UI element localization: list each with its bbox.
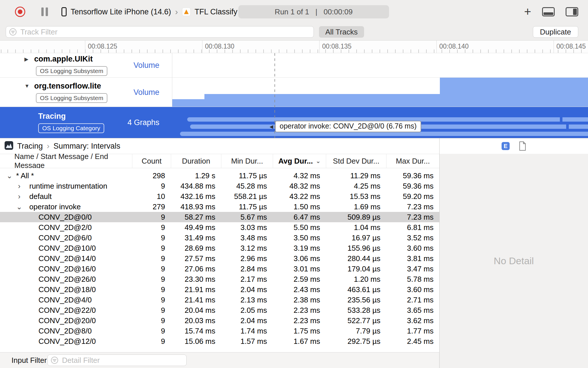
add-instrument-button[interactable]: +: [524, 6, 531, 18]
row-cell: 3.62 ms: [386, 316, 439, 325]
row-cell: 2.17 ms: [221, 275, 273, 284]
row-cell: 3.50 ms: [273, 233, 326, 242]
row-cell: 5.78 ms: [386, 275, 439, 284]
document-icon[interactable]: [519, 141, 526, 152]
row-cell: 20.03 ms: [171, 316, 221, 325]
row-cell: 58.27 ms: [171, 213, 221, 222]
row-cell: 2.43 ms: [273, 285, 326, 294]
track-header[interactable]: ▶ com.apple.UIKit OS Logging Subsystem V…: [0, 53, 172, 77]
track-row-org-tensorflow-lite[interactable]: ▼ org.tensorflow.lite OS Logging Subsyst…: [0, 78, 588, 107]
row-cell: 2.23 ms: [273, 306, 326, 315]
table-row[interactable]: CONV_2D@16/0927.06 ms2.84 ms3.01 ms179.0…: [0, 264, 439, 274]
trace-interval-bar[interactable]: [180, 132, 588, 136]
breadcrumb-root[interactable]: Tracing: [17, 142, 43, 151]
table-row[interactable]: CONV_2D@14/0927.57 ms2.96 ms3.06 ms280.4…: [0, 253, 439, 264]
table-row[interactable]: CONV_2D@20/0920.03 ms2.04 ms2.23 ms522.7…: [0, 315, 439, 326]
row-cell: 1.20 ms: [326, 275, 386, 284]
track-meta-label[interactable]: 4 Graphs: [127, 118, 159, 127]
track-lane[interactable]: [172, 78, 588, 107]
table-row[interactable]: ⌄* All *2981.29 s11.75 µs4.32 ms11.29 ms…: [0, 170, 439, 181]
row-cell: 1.67 ms: [273, 337, 326, 346]
chevron-down-icon[interactable]: ⌄: [5, 172, 14, 180]
breadcrumb-leaf[interactable]: Summary: Intervals: [53, 142, 120, 151]
table-row[interactable]: CONV_2D@12/0915.06 ms1.57 ms1.67 ms292.7…: [0, 336, 439, 346]
track-filter-input[interactable]: [6, 26, 314, 38]
table-row[interactable]: CONV_2D@4/0921.41 ms2.13 ms2.38 ms235.56…: [0, 295, 439, 305]
row-name: CONV_2D@12/0: [38, 337, 96, 346]
row-cell: 1.29 s: [171, 171, 221, 180]
ruler-label: 00:08.145: [556, 43, 586, 50]
column-header-duration[interactable]: Duration: [171, 154, 221, 168]
row-cell: 1.75 ms: [273, 327, 326, 336]
row-cell: 27.06 ms: [171, 264, 221, 273]
pause-button[interactable]: [40, 7, 49, 16]
track-meta-label[interactable]: Volume: [134, 61, 159, 70]
chevron-right-icon: ›: [175, 7, 178, 17]
track-meta-label[interactable]: Volume: [134, 88, 159, 97]
sort-chevron-down-icon: ⌄: [316, 158, 321, 164]
column-header-name[interactable]: Name / Start Message / End Message: [0, 154, 132, 168]
column-header-count[interactable]: Count: [132, 154, 171, 168]
track-name: com.apple.UIKit: [34, 55, 93, 64]
breadcrumb: Tracing › Summary: Intervals: [0, 138, 439, 154]
row-cell: 509.89 µs: [326, 213, 386, 222]
row-name: CONV_2D@4/0: [38, 296, 92, 304]
column-header-std-dev-dur[interactable]: Std Dev Dur...: [326, 154, 386, 168]
disclosure-triangle-collapsed-icon[interactable]: ▶: [24, 56, 34, 62]
table-row[interactable]: CONV_2D@0/0958.27 ms5.67 ms6.47 ms509.89…: [0, 212, 439, 222]
chevron-right-icon[interactable]: ›: [14, 182, 24, 190]
row-cell: 16.97 µs: [326, 233, 386, 242]
row-cell: 3.81 ms: [386, 254, 439, 263]
table-row[interactable]: ›default10432.16 ms558.21 µs43.22 ms15.5…: [0, 191, 439, 202]
table-row[interactable]: ›runtime instrumentation9434.88 ms45.28 …: [0, 181, 439, 191]
all-tracks-button[interactable]: All Tracks: [319, 26, 364, 38]
table-row[interactable]: ⌄operator invoke279418.93 ms11.75 µs1.50…: [0, 202, 439, 212]
record-button[interactable]: [15, 7, 25, 17]
table-row[interactable]: CONV_2D@6/0931.49 ms3.48 ms3.50 ms16.97 …: [0, 233, 439, 243]
column-header-max-dur[interactable]: Max Dur...: [386, 154, 439, 168]
track-header[interactable]: Tracing OS Logging Category 4 Graphs: [0, 107, 172, 138]
detail-filter-input[interactable]: [47, 354, 187, 366]
table-row[interactable]: CONV_2D@18/0921.91 ms2.04 ms2.43 ms463.6…: [0, 284, 439, 295]
track-row-com-apple-uikit[interactable]: ▶ com.apple.UIKit OS Logging Subsystem V…: [0, 53, 588, 78]
row-cell: 2.05 ms: [221, 306, 273, 315]
row-cell: 2.38 ms: [273, 296, 326, 304]
duplicate-button[interactable]: Duplicate: [533, 26, 578, 38]
toggle-right-pane-button[interactable]: [566, 7, 578, 16]
chevron-down-icon[interactable]: ⌄: [14, 203, 24, 211]
row-cell: 43.22 ms: [273, 192, 326, 201]
inspector-pane: E No Detail: [439, 138, 588, 368]
row-cell: 9: [132, 275, 171, 284]
track-badge: OS Logging Category: [38, 123, 104, 133]
track-tooltip: ◀ operator invoke: CONV_2D@0/0 (6.76 ms): [275, 121, 421, 132]
row-name: CONV_2D@16/0: [38, 264, 96, 273]
extended-detail-badge[interactable]: E: [502, 142, 510, 150]
track-header[interactable]: ▼ org.tensorflow.lite OS Logging Subsyst…: [0, 78, 172, 107]
track-lane[interactable]: [172, 53, 588, 77]
track-row-tracing[interactable]: Tracing OS Logging Category 4 Graphs ◀ o…: [0, 107, 588, 138]
device-target-selector[interactable]: Tensorflow Lite iPhone (14.6) › TFL Clas…: [61, 5, 237, 18]
toggle-bottom-pane-button[interactable]: [542, 7, 555, 16]
row-cell: 9: [132, 285, 171, 294]
row-cell: 1.50 ms: [273, 202, 326, 211]
row-cell: 21.41 ms: [171, 296, 221, 304]
row-cell: 11.75 µs: [221, 202, 273, 211]
table-row[interactable]: CONV_2D@10/0928.69 ms3.12 ms3.19 ms155.9…: [0, 243, 439, 253]
track-lane[interactable]: ◀ operator invoke: CONV_2D@0/0 (6.76 ms): [172, 107, 588, 138]
track-name: org.tensorflow.lite: [34, 82, 101, 91]
column-header-min-dur[interactable]: Min Dur...: [221, 154, 273, 168]
row-cell: 9: [132, 296, 171, 304]
row-cell: 59.36 ms: [386, 182, 439, 191]
row-cell: 1.77 ms: [386, 327, 439, 336]
table-row[interactable]: CONV_2D@26/0923.30 ms2.17 ms2.59 ms1.20 …: [0, 274, 439, 284]
column-header-avg-dur[interactable]: Avg Dur... ⌄: [273, 154, 326, 168]
table-row[interactable]: CONV_2D@8/0915.74 ms1.74 ms1.75 ms7.79 µ…: [0, 326, 439, 336]
chevron-right-icon[interactable]: ›: [14, 192, 24, 201]
table-row[interactable]: CONV_2D@22/0920.04 ms2.05 ms2.23 ms533.2…: [0, 305, 439, 315]
table-row[interactable]: CONV_2D@2/0949.49 ms3.03 ms5.50 ms1.04 m…: [0, 222, 439, 233]
row-cell: 1.57 ms: [221, 337, 273, 346]
disclosure-triangle-expanded-icon[interactable]: ▼: [24, 83, 34, 89]
timeline-ruler[interactable]: 00:08.125 00:08.130 00:08.135 00:08.140 …: [0, 41, 588, 53]
row-cell: 3.60 ms: [386, 244, 439, 253]
row-cell: 23.30 ms: [171, 275, 221, 284]
